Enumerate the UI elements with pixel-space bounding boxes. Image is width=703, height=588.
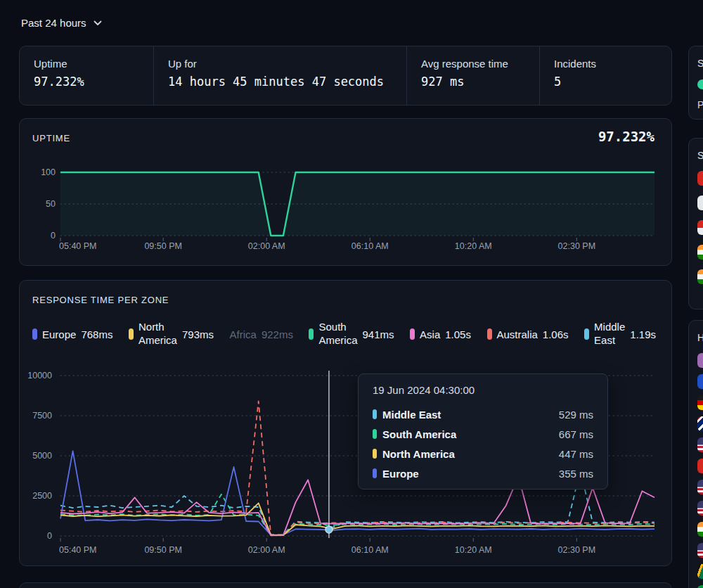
uptime-percentage-value: 97.232% xyxy=(598,129,654,144)
stat-value: 97.232% xyxy=(34,75,139,89)
tooltip-zone-label: South America xyxy=(382,428,456,440)
stat-value: 927 ms xyxy=(421,75,525,89)
flag-icon-red-white[interactable] xyxy=(697,220,703,235)
legend-zone-value: 768ms xyxy=(81,328,112,340)
legend-zone-label: Australia xyxy=(497,328,538,340)
flag-icon-india[interactable] xyxy=(697,522,703,537)
tooltip-zone-value: 447 ms xyxy=(559,448,593,460)
legend-marker-icon xyxy=(584,328,589,340)
tooltip-zone-value: 667 ms xyxy=(559,428,593,440)
x-axis-label: 06:10 AM xyxy=(352,545,389,555)
tooltip-zone-value: 529 ms xyxy=(559,409,593,421)
flag-icon-red[interactable] xyxy=(697,171,703,186)
flag-icon-germany[interactable] xyxy=(697,395,703,410)
legend-zone-value: 1.19s xyxy=(630,328,656,340)
x-axis-label: 06:10 AM xyxy=(352,241,389,251)
y-axis-label: 0 xyxy=(47,531,52,541)
x-axis-label: 02:30 PM xyxy=(558,545,596,555)
tooltip-zone-label: Middle East xyxy=(382,409,441,421)
side-panel-header: H xyxy=(697,332,703,343)
active-point-dot xyxy=(325,526,333,533)
flag-icon-purple[interactable] xyxy=(697,353,703,368)
x-axis-label: 02:00 AM xyxy=(248,545,285,555)
side-panel-header: S xyxy=(697,58,703,69)
tooltip-row-north-america: North America447 ms xyxy=(373,444,593,464)
legend-item-north-america[interactable]: North America793ms xyxy=(129,321,214,347)
x-axis-label: 09:50 PM xyxy=(144,545,182,555)
response-time-chart-card: 10000750050002500005:40 PM09:50 PM02:00 … xyxy=(19,280,672,566)
legend-marker-icon xyxy=(309,328,314,340)
uptime-chart[interactable]: 10050005:40 PM09:50 PM02:00 AM06:10 AM10… xyxy=(20,119,671,265)
legend-zone-label: North America xyxy=(138,321,177,347)
tooltip-rows: Middle East529 msSouth America667 msNort… xyxy=(373,404,593,483)
x-axis-label: 10:20 AM xyxy=(455,545,492,555)
chevron-down-icon xyxy=(93,20,102,26)
stat-label: Avg response time xyxy=(421,58,525,70)
flag-icon-south-africa[interactable] xyxy=(697,564,703,579)
legend-zone-label: Middle East xyxy=(594,321,625,347)
flag-icon-uk[interactable] xyxy=(697,416,703,431)
y-axis-label: 0 xyxy=(51,231,56,241)
uptime-area-fill xyxy=(60,172,654,236)
flag-icon-us[interactable] xyxy=(697,543,703,558)
stat-label: Uptime xyxy=(34,58,139,70)
tooltip-row-south-america: South America667 ms xyxy=(373,424,593,444)
stats-summary-card: Uptime 97.232% Up for 14 hours 45 minute… xyxy=(19,46,672,106)
tooltip-marker-icon xyxy=(373,409,377,419)
next-section-card xyxy=(19,582,672,588)
legend-item-middle-east[interactable]: Middle East1.19s xyxy=(584,321,656,347)
stat-incidents: Incidents 5 xyxy=(539,46,671,105)
tooltip-row-middle-east: Middle East529 ms xyxy=(373,404,593,424)
legend-item-europe[interactable]: Europe768ms xyxy=(32,328,112,340)
stat-up-for: Up for 14 hours 45 minutes 47 seconds xyxy=(153,46,406,105)
tooltip-marker-icon xyxy=(373,429,377,439)
y-axis-label: 10000 xyxy=(27,371,52,381)
legend-item-asia[interactable]: Asia1.05s xyxy=(410,328,471,340)
tooltip-timestamp: 19 Jun 2024 04:30:00 xyxy=(373,384,593,396)
y-axis-label: 7500 xyxy=(32,411,52,421)
legend-marker-icon xyxy=(487,328,492,340)
dashboard-page: { "header": { "range_label": "Past 24 ho… xyxy=(0,0,703,588)
y-axis-label: 50 xyxy=(46,199,56,209)
legend-item-south-america[interactable]: South America941ms xyxy=(309,321,394,347)
stat-uptime: Uptime 97.232% xyxy=(20,46,153,105)
y-axis-label: 100 xyxy=(41,167,56,177)
flag-icon-india[interactable] xyxy=(697,245,703,260)
legend-item-australia[interactable]: Australia1.06s xyxy=(487,328,569,340)
legend: Europe768msNorth America793msAfrica922ms… xyxy=(32,312,656,357)
flag-icon-us[interactable] xyxy=(697,480,703,494)
legend-marker-icon xyxy=(129,328,134,340)
legend-marker-icon xyxy=(410,328,415,340)
flag-icon-white[interactable] xyxy=(697,196,703,210)
legend-zone-value: 941ms xyxy=(362,328,394,340)
response-card-title: RESPONSE TIME PER ZONE xyxy=(32,295,169,305)
legend-zone-label: Africa xyxy=(230,328,257,340)
flag-icon-us[interactable] xyxy=(697,501,703,516)
uptime-card-title: UPTIME xyxy=(32,133,70,143)
flag-icon-us[interactable] xyxy=(697,437,703,452)
flag-icon-red[interactable] xyxy=(697,459,703,473)
time-range-selector[interactable]: Past 24 hours xyxy=(21,17,102,29)
y-axis-label: 5000 xyxy=(32,451,52,461)
x-axis-label: 05:40 PM xyxy=(59,545,97,555)
flag-icon-india[interactable] xyxy=(697,269,703,284)
legend-marker-icon xyxy=(32,328,37,340)
legend-zone-value: 922ms xyxy=(262,328,293,340)
flag-icon-eu[interactable] xyxy=(697,374,703,389)
legend-zone-label: Europe xyxy=(42,328,76,340)
stat-label: Up for xyxy=(168,58,392,70)
stat-value: 5 xyxy=(554,75,657,89)
legend-item-africa[interactable]: Africa922ms xyxy=(230,328,293,340)
tooltip-row-europe: Europe355 ms xyxy=(373,464,593,483)
time-range-label: Past 24 hours xyxy=(21,17,86,29)
tooltip-marker-icon xyxy=(373,449,377,459)
x-axis-label: 10:20 AM xyxy=(455,241,492,251)
legend-zone-value: 1.05s xyxy=(445,328,471,340)
stat-avg-response-time: Avg response time 927 ms xyxy=(406,46,539,105)
x-axis-label: 02:00 AM xyxy=(248,241,285,251)
side-panel-regions: H xyxy=(688,320,703,588)
flag-icon-brazil[interactable] xyxy=(697,585,703,588)
x-axis-label: 05:40 PM xyxy=(59,241,97,251)
legend-zone-label: Asia xyxy=(420,328,440,340)
side-panel-status: S P xyxy=(688,46,703,120)
